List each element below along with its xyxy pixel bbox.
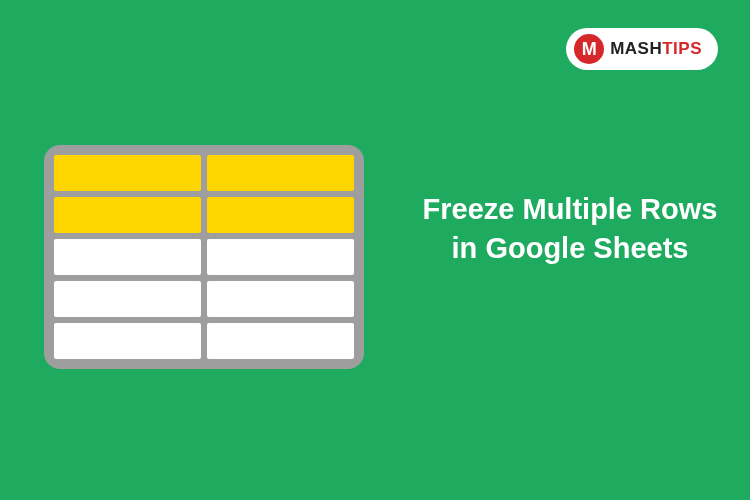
cell (207, 323, 354, 359)
frozen-cell (207, 197, 354, 233)
cell (207, 281, 354, 317)
logo-icon: M (574, 34, 604, 64)
brand-logo: M MASHTIPS (566, 28, 718, 70)
frozen-cell (207, 155, 354, 191)
page-title: Freeze Multiple Rows in Google Sheets (420, 190, 720, 268)
cell (54, 323, 201, 359)
table-row (54, 281, 354, 317)
cell (54, 239, 201, 275)
frozen-cell (54, 197, 201, 233)
logo-icon-letter: M (582, 39, 597, 60)
logo-text-main: MASH (610, 39, 662, 58)
table-row (54, 197, 354, 233)
logo-text-accent: TIPS (662, 39, 702, 58)
cell (207, 239, 354, 275)
spreadsheet-illustration (44, 145, 364, 369)
frozen-cell (54, 155, 201, 191)
logo-text: MASHTIPS (610, 39, 702, 59)
table-row (54, 323, 354, 359)
cell (54, 281, 201, 317)
table-row (54, 239, 354, 275)
table-row (54, 155, 354, 191)
